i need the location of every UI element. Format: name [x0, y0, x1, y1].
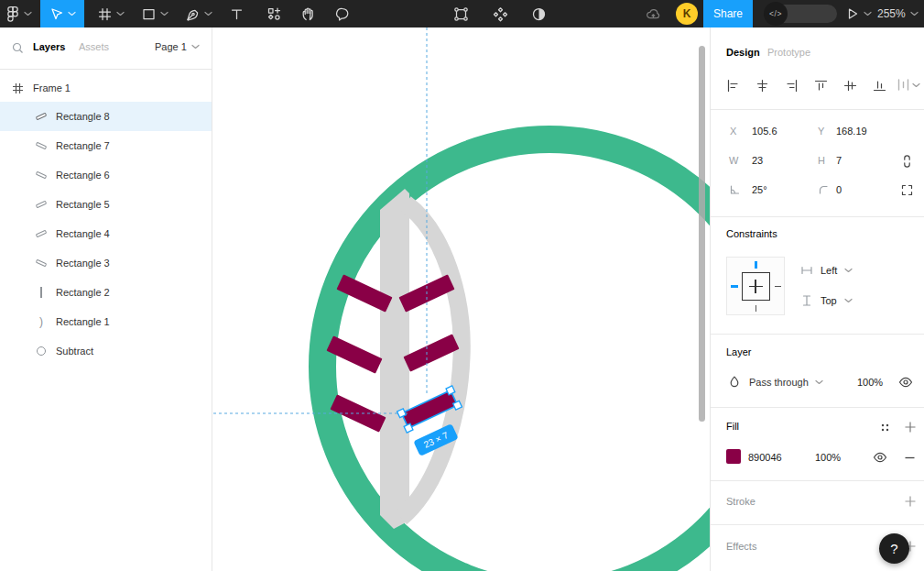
fill-hex-field[interactable]: 890046 — [748, 452, 782, 463]
dev-mode-toggle[interactable]: </> — [766, 5, 837, 23]
fill-visibility-eye-icon[interactable] — [873, 451, 887, 464]
layer-row-rectangle-7[interactable]: Rectangle 7 — [0, 131, 212, 160]
missing-fonts-button[interactable] — [639, 0, 667, 27]
layer-label: Rectangle 5 — [56, 199, 110, 210]
constraint-right-tick[interactable] — [775, 286, 781, 287]
vertical-constraint-select[interactable]: Top — [800, 294, 853, 307]
horizontal-constraint-icon — [800, 265, 813, 276]
edit-object-icon — [452, 5, 470, 23]
pen-tool-button[interactable] — [179, 0, 218, 27]
constraints-title: Constraints — [726, 228, 777, 239]
remove-fill-button[interactable] — [904, 452, 916, 464]
tab-prototype[interactable]: Prototype — [767, 47, 810, 58]
chevron-down-icon — [844, 267, 853, 274]
height-field[interactable]: 7 — [836, 155, 842, 166]
chevron-down-icon — [815, 379, 823, 386]
constraint-top-pin[interactable] — [755, 261, 757, 269]
y-field[interactable]: 168.19 — [836, 126, 867, 137]
layer-section-title: Layer — [726, 346, 752, 357]
layer-label: Rectangle 2 — [56, 287, 110, 298]
layer-row-rectangle-5[interactable]: Rectangle 5 — [0, 190, 212, 219]
align-bottom-icon[interactable] — [873, 79, 886, 93]
add-fill-button[interactable] — [904, 421, 917, 434]
frame-glyph-icon — [12, 82, 24, 94]
rectangle-thumb-icon — [35, 198, 48, 211]
actions-tool-button[interactable] — [260, 0, 288, 27]
comment-tool-button[interactable] — [328, 0, 357, 27]
edit-object-button[interactable] — [446, 0, 475, 27]
width-field[interactable]: 23 — [752, 155, 763, 166]
layer-row-frame-1[interactable]: Frame 1 — [0, 75, 212, 101]
fill-opacity-field[interactable]: 100% — [815, 452, 841, 463]
share-button[interactable]: Share — [703, 0, 753, 27]
rotation-field[interactable]: 25° — [752, 184, 767, 195]
tab-layers[interactable]: Layers — [33, 41, 65, 52]
stroke-section-title: Stroke — [726, 496, 756, 507]
rectangle-icon — [141, 6, 157, 22]
move-tool-button[interactable] — [40, 0, 84, 27]
blend-mode-select[interactable]: Pass through — [749, 377, 823, 388]
vertical-constraint-icon — [800, 294, 813, 307]
create-component-button[interactable] — [485, 0, 515, 27]
constraints-widget[interactable] — [726, 257, 785, 315]
add-stroke-button[interactable] — [904, 495, 917, 508]
layer-label: Rectangle 8 — [56, 111, 110, 122]
corner-radius-icon — [817, 183, 830, 196]
height-field-label: H — [818, 155, 825, 166]
rotation-icon — [728, 183, 741, 196]
fill-color-swatch[interactable] — [726, 449, 741, 464]
layer-row-rectangle-3[interactable]: Rectangle 3 — [0, 248, 212, 278]
align-horizontal-center-icon[interactable] — [756, 79, 769, 93]
shape-rectangle-4[interactable] — [403, 334, 459, 371]
layers-panel-header: Layers Assets Page 1 — [0, 27, 212, 70]
independent-corners-icon[interactable] — [900, 183, 914, 197]
mask-button[interactable] — [524, 0, 553, 27]
layer-visibility-eye-icon[interactable] — [898, 376, 913, 389]
layer-row-rectangle-2[interactable]: Rectangle 2 — [0, 278, 212, 307]
y-field-label: Y — [818, 126, 824, 137]
hand-tool-button[interactable] — [295, 0, 322, 27]
tab-design[interactable]: Design — [726, 47, 760, 58]
align-vertical-center-icon[interactable] — [843, 79, 857, 93]
layer-label: Frame 1 — [33, 82, 71, 93]
rectangle-thumb-icon — [35, 227, 48, 240]
text-tool-button[interactable] — [223, 0, 249, 27]
align-top-icon[interactable] — [814, 79, 828, 93]
zoom-menu[interactable]: 255% — [877, 0, 919, 27]
help-button[interactable]: ? — [879, 533, 909, 564]
layer-row-rectangle-4[interactable]: Rectangle 4 — [0, 219, 212, 248]
distribute-menu[interactable] — [897, 78, 920, 92]
constraint-left-pin[interactable] — [731, 285, 738, 288]
layer-opacity-field[interactable]: 100% — [857, 377, 883, 388]
constraint-bottom-tick[interactable] — [756, 305, 756, 312]
main-menu-button[interactable] — [0, 0, 37, 27]
present-button[interactable] — [839, 0, 877, 27]
chevron-down-icon — [844, 297, 853, 304]
layer-row-rectangle-6[interactable]: Rectangle 6 — [0, 160, 212, 190]
tab-assets[interactable]: Assets — [79, 41, 109, 52]
width-field-label: W — [729, 155, 738, 166]
avatar[interactable]: K — [676, 3, 698, 25]
frame-tool-button[interactable] — [92, 0, 130, 27]
horizontal-constraint-select[interactable]: Left — [800, 265, 853, 276]
x-field[interactable]: 105.6 — [752, 126, 777, 137]
mask-icon — [530, 5, 548, 23]
align-left-icon[interactable] — [726, 79, 740, 93]
layer-row-rectangle-8[interactable]: Rectangle 8 — [0, 102, 212, 131]
canvas-vertical-scrollbar[interactable] — [699, 46, 705, 422]
constrain-proportions-icon[interactable] — [900, 154, 914, 169]
canvas-viewport[interactable]: 23 × 7 — [212, 27, 710, 571]
layer-row-subtract[interactable]: Subtract — [0, 336, 212, 366]
actions-icon — [266, 5, 282, 22]
shape-tool-button[interactable] — [136, 0, 174, 27]
corner-radius-field[interactable]: 0 — [836, 184, 842, 195]
layer-row-rectangle-1[interactable]: ) Rectangle 1 — [0, 307, 212, 336]
curve-thumb-icon: ) — [35, 315, 48, 328]
align-right-icon[interactable] — [785, 79, 799, 93]
page-selector[interactable]: Page 1 — [155, 41, 200, 52]
design-panel: Design Prototype X 105.6 Y 168.19 W 23 H… — [710, 27, 924, 571]
fill-styles-icon[interactable] — [879, 422, 891, 434]
layer-label: Rectangle 4 — [56, 228, 110, 239]
canvas-artwork: 23 × 7 — [212, 27, 710, 571]
search-icon[interactable] — [12, 42, 24, 54]
